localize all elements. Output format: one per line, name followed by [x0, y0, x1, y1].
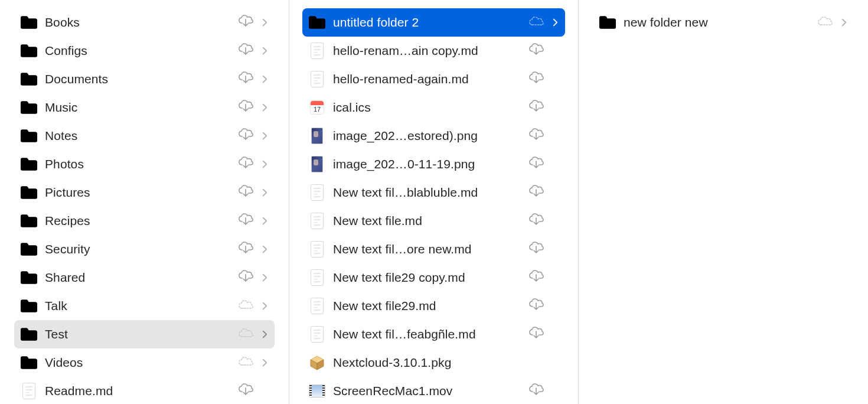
item-label: new folder new — [624, 15, 810, 30]
item-label: ical.ics — [333, 100, 521, 115]
file-row[interactable]: ScreenRecMac1.mov — [302, 377, 565, 404]
folder-icon — [308, 14, 326, 31]
item-label: New text file29 copy.md — [333, 271, 521, 285]
file-row[interactable]: Readme.md — [14, 377, 275, 404]
package-icon — [308, 354, 326, 372]
item-label: New text fil…feabgñle.md — [333, 327, 521, 341]
folder-row[interactable]: untitled folder 2 — [302, 8, 565, 37]
folder-row[interactable]: Talk — [14, 292, 275, 320]
folder-icon — [20, 212, 38, 230]
disclosure-chevron — [260, 359, 269, 367]
cloud-download-icon[interactable] — [528, 43, 544, 59]
cloud-download-icon[interactable] — [238, 213, 253, 229]
file-row[interactable]: Nextcloud-3.10.1.pkg — [302, 348, 565, 377]
status-slot — [238, 128, 253, 144]
folder-row[interactable]: Security — [14, 235, 275, 263]
item-label: Pictures — [45, 185, 231, 200]
column-3[interactable]: new folder new — [579, 0, 868, 404]
cloud-download-icon[interactable] — [238, 383, 253, 399]
item-label: Configs — [45, 44, 231, 58]
cloud-download-icon[interactable] — [238, 71, 253, 87]
item-label: Readme.md — [45, 384, 231, 398]
folder-icon — [20, 70, 38, 88]
disclosure-chevron — [551, 18, 559, 27]
item-label: ScreenRecMac1.mov — [333, 384, 521, 398]
cloud-download-icon[interactable] — [238, 43, 253, 59]
cloud-download-icon[interactable] — [528, 298, 544, 314]
document-icon — [308, 297, 326, 315]
disclosure-chevron — [260, 217, 269, 225]
cloud-download-icon[interactable] — [528, 71, 544, 87]
cloud-download-icon[interactable] — [528, 100, 544, 116]
cloud-download-icon[interactable] — [528, 242, 544, 258]
status-slot — [238, 242, 253, 257]
cloud-download-icon[interactable] — [238, 100, 253, 116]
status-slot — [238, 43, 253, 58]
cloud-download-icon[interactable] — [528, 128, 544, 144]
folder-icon — [20, 354, 38, 372]
cloud-download-icon[interactable] — [238, 157, 253, 172]
cloud-download-icon[interactable] — [528, 327, 544, 343]
folder-row[interactable]: Documents — [14, 65, 275, 93]
file-row[interactable]: New text fil…blabluble.md — [302, 178, 565, 207]
cloud-download-icon[interactable] — [528, 270, 544, 286]
document-icon — [308, 240, 326, 258]
disclosure-chevron — [260, 273, 269, 282]
cloud-download-icon[interactable] — [238, 185, 253, 201]
file-row[interactable]: 17ical.ics — [302, 93, 565, 122]
item-label: Videos — [45, 356, 231, 370]
folder-row[interactable]: Recipes — [14, 207, 275, 235]
status-slot — [528, 270, 544, 285]
status-slot — [528, 15, 544, 30]
folder-row[interactable]: Music — [14, 93, 275, 122]
folder-row[interactable]: Shared — [14, 263, 275, 292]
cloud-download-icon[interactable] — [238, 242, 253, 258]
folder-row[interactable]: Photos — [14, 150, 275, 178]
folder-row[interactable]: Notes — [14, 122, 275, 150]
disclosure-chevron — [260, 132, 269, 140]
file-row[interactable]: hello-renamed-again.md — [302, 65, 565, 93]
file-row[interactable]: New text file29.md — [302, 292, 565, 320]
cloud-download-icon[interactable] — [528, 383, 544, 399]
status-slot — [238, 355, 253, 370]
file-row[interactable]: image_202…estored).png — [302, 122, 565, 150]
folder-row[interactable]: Videos — [14, 348, 275, 377]
document-icon — [20, 382, 38, 400]
file-row[interactable]: image_202…0-11-19.png — [302, 150, 565, 178]
item-label: Notes — [45, 129, 231, 143]
folder-row[interactable]: new folder new — [593, 8, 854, 37]
cloud-download-icon[interactable] — [528, 185, 544, 201]
folder-row[interactable]: Pictures — [14, 178, 275, 207]
folder-row[interactable]: Configs — [14, 37, 275, 65]
file-row[interactable]: New text file.md — [302, 207, 565, 235]
file-row[interactable]: hello-renam…ain copy.md — [302, 37, 565, 65]
cloud-download-icon[interactable] — [238, 270, 253, 286]
status-slot — [817, 15, 833, 30]
status-slot — [528, 71, 544, 87]
file-row[interactable]: New text fil…ore new.md — [302, 235, 565, 263]
column-2[interactable]: untitled folder 2hello-renam…ain copy.md… — [289, 0, 579, 404]
cloud-status-icon — [238, 299, 253, 313]
item-label: image_202…0-11-19.png — [333, 157, 521, 171]
document-icon — [308, 184, 326, 201]
folder-icon — [20, 127, 38, 145]
cloud-download-icon[interactable] — [528, 213, 544, 229]
item-label: New text file29.md — [333, 299, 521, 313]
status-slot — [528, 128, 544, 144]
cloud-download-icon[interactable] — [528, 157, 544, 172]
folder-icon — [599, 14, 616, 31]
file-row[interactable]: New text fil…feabgñle.md — [302, 320, 565, 348]
cloud-download-icon[interactable] — [238, 15, 253, 31]
disclosure-chevron — [260, 245, 269, 253]
folder-icon — [20, 325, 38, 343]
file-row[interactable]: New text file29 copy.md — [302, 263, 565, 292]
folder-row[interactable]: Books — [14, 8, 275, 37]
cloud-download-icon[interactable] — [238, 128, 253, 144]
folder-row[interactable]: Test — [14, 320, 275, 348]
status-slot — [528, 298, 544, 314]
calendar-icon: 17 — [308, 99, 326, 116]
status-slot — [528, 327, 544, 342]
folder-icon — [20, 99, 38, 116]
cloud-status-icon — [238, 356, 253, 370]
column-1[interactable]: BooksConfigsDocumentsMusicNotesPhotosPic… — [0, 0, 289, 404]
